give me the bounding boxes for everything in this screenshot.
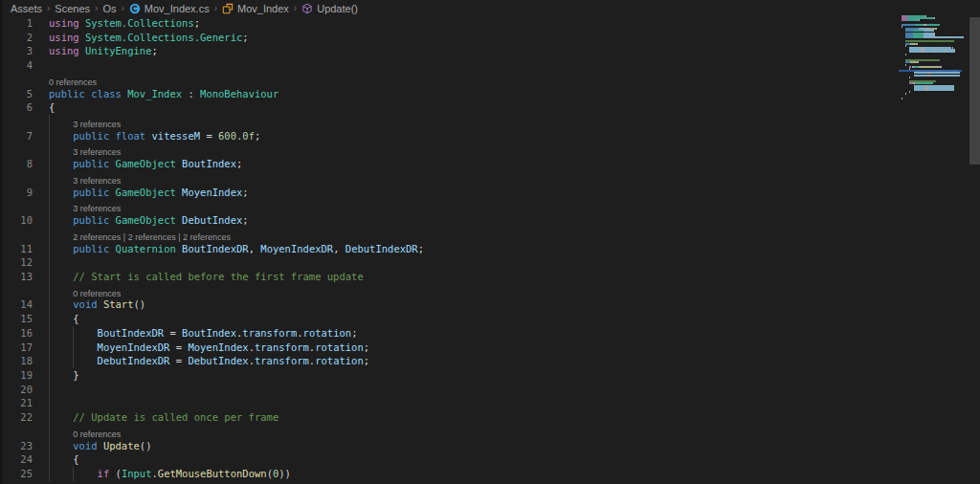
indent-guide	[73, 354, 74, 368]
token: GameObject	[116, 214, 183, 226]
indent-guide	[49, 213, 50, 228]
line-number: 12	[3, 255, 33, 270]
code-line: 2using System.Collections.Generic;	[3, 31, 966, 45]
breadcrumb-label: Scenes	[55, 3, 90, 14]
token: void	[73, 298, 103, 310]
token: ,	[249, 243, 261, 254]
breadcrumb-separator: ›	[121, 3, 123, 13]
token: =	[200, 130, 218, 142]
indent-guide	[49, 452, 50, 467]
codelens-content: 3 references	[49, 143, 966, 157]
codelens-content: 3 references	[49, 199, 966, 213]
line-number: 15	[3, 312, 33, 326]
indent-guide	[49, 383, 50, 397]
minimap-line	[905, 54, 906, 55]
csharp-file-icon	[129, 3, 141, 14]
minimap-line	[940, 66, 942, 68]
indent-guide	[49, 297, 50, 312]
line-number: 16	[3, 326, 33, 341]
token: {	[73, 453, 78, 465]
line-number: 4	[3, 58, 33, 73]
breadcrumb-separator: ›	[95, 3, 98, 13]
token: BoutIndex	[182, 327, 236, 339]
line-number: 10	[3, 213, 33, 228]
line-number	[3, 425, 33, 439]
codelens-row: 3 references	[3, 143, 966, 157]
code-content: using System.Collections;	[49, 16, 966, 31]
breadcrumb-item-scenes[interactable]: Scenes	[55, 3, 90, 14]
code-content: if (Input.GetMouseButtonDown(0))	[49, 467, 966, 481]
code-line: 6{	[3, 100, 966, 115]
minimap-line	[928, 89, 953, 91]
token: using	[49, 32, 85, 43]
minimap-line	[917, 61, 919, 63]
token: GameObject	[116, 187, 183, 198]
token: public	[73, 187, 115, 198]
codelens-row: 3 references	[3, 171, 966, 186]
token: DebutIndex	[182, 214, 242, 226]
line-number	[3, 171, 33, 186]
code-content: DebutIndexDR = DebutIndex.transform.rota…	[49, 354, 966, 368]
minimap-line	[924, 51, 935, 53]
token: ;	[242, 187, 248, 198]
token: ()	[134, 298, 146, 310]
scrollbar[interactable]	[969, 16, 980, 484]
token: if	[98, 468, 110, 479]
code-line: 15 {	[3, 312, 966, 326]
token: public float	[73, 130, 151, 142]
token: public	[73, 214, 115, 226]
code-content: public Quaternion BoutIndexDR, MoyenInde…	[49, 242, 966, 256]
indent-guide	[49, 129, 50, 143]
breadcrumb-item-os[interactable]: Os	[102, 3, 116, 14]
minimap-line	[963, 36, 964, 38]
line-number: 14	[3, 297, 33, 312]
code-line: 19 }	[3, 368, 966, 383]
line-number: 25	[3, 467, 33, 481]
code-content: {	[49, 100, 966, 115]
code-content: void Update()	[49, 439, 966, 453]
code-line: 16 BoutIndexDR = BoutIndex.transform.rot…	[3, 326, 966, 341]
token: public	[73, 243, 115, 254]
token: Mov_Index	[127, 88, 182, 99]
indent-guide	[73, 326, 74, 341]
token: rotation	[303, 327, 352, 339]
codelens-content: 0 references	[49, 284, 966, 298]
code-content	[49, 383, 966, 397]
token: ()	[140, 440, 152, 451]
token: transform	[242, 327, 297, 339]
minimap-line	[926, 24, 940, 26]
token: System.Collections	[85, 17, 194, 29]
code-line: 21	[3, 396, 966, 410]
token: vitesseM	[151, 130, 200, 142]
token: ;	[364, 341, 369, 353]
minimap-line	[905, 64, 906, 66]
token: =	[169, 341, 188, 353]
breadcrumb-item-update[interactable]: Update()	[301, 3, 358, 14]
code-content: void Start()	[49, 297, 966, 312]
indent-guide	[49, 171, 50, 186]
minimap-line	[909, 77, 910, 78]
minimap-line	[902, 98, 902, 99]
indent-guide	[49, 186, 50, 200]
token: DebutIndexDR	[98, 355, 170, 366]
minimap-line	[954, 51, 955, 53]
token: MoyenIndexDR	[98, 341, 170, 353]
minimap-line	[909, 51, 922, 53]
code-content: public class Mov_Index : MonoBehaviour	[49, 87, 966, 101]
scrollbar-thumb[interactable]	[969, 17, 980, 165]
code-content: using System.Collections.Generic;	[49, 31, 966, 45]
code-editor[interactable]: 1using System.Collections;2using System.…	[3, 16, 966, 481]
minimap[interactable]	[899, 13, 966, 480]
code-content: public float vitesseM = 600.0f;	[49, 129, 966, 143]
token: ;	[418, 243, 424, 254]
class-symbol-icon	[222, 3, 234, 14]
breadcrumb-item-mov-index[interactable]: Mov_Index	[222, 3, 289, 14]
line-number: 5	[3, 87, 33, 101]
breadcrumb-item-mov-index-cs[interactable]: Mov_Index.cs	[129, 3, 210, 14]
breadcrumb-label: Update()	[317, 3, 358, 14]
line-number	[3, 228, 33, 242]
token: }	[73, 369, 78, 381]
code-line: 13 // Start is called before the first f…	[3, 270, 966, 284]
breadcrumb-item-assets[interactable]: Assets	[11, 3, 42, 14]
breadcrumb-separator: ›	[294, 3, 297, 13]
